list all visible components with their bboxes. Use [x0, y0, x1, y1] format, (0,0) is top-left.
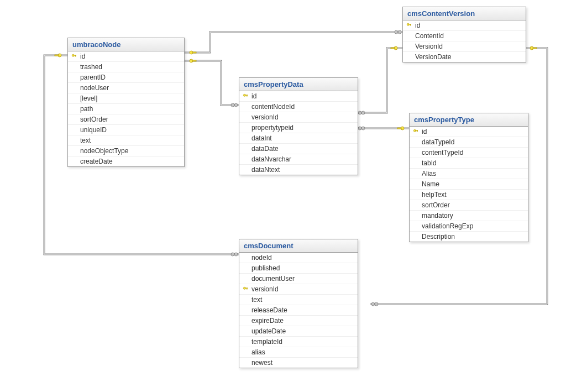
column-row[interactable]: contentNodeId — [239, 102, 358, 112]
table-cmsPropertyType[interactable]: cmsPropertyType iddataTypeIdcontentTypeI… — [409, 113, 528, 242]
column-name: id — [420, 128, 427, 135]
column-name: id — [249, 92, 256, 100]
column-row[interactable]: dataNtext — [239, 165, 358, 175]
column-row[interactable]: Name — [410, 179, 528, 190]
svg-point-2 — [190, 51, 193, 54]
column-name: dataInt — [249, 134, 272, 142]
table-columns: nodeIdpublisheddocumentUserversionIdtext… — [239, 253, 358, 368]
column-row[interactable]: expireDate — [239, 316, 358, 326]
svg-point-5 — [398, 30, 401, 34]
table-title: cmsDocument — [239, 239, 358, 253]
svg-point-22 — [231, 253, 234, 256]
svg-rect-26 — [76, 56, 76, 57]
column-row[interactable]: dataTypeId — [410, 137, 528, 148]
svg-rect-13 — [391, 48, 395, 49]
column-row[interactable]: id — [410, 127, 528, 137]
column-name: contentNodeId — [249, 103, 295, 111]
key-cell — [70, 54, 78, 59]
column-name: path — [78, 105, 93, 113]
column-row[interactable]: uniqueID — [68, 125, 184, 135]
column-row[interactable]: contentTypeId — [410, 148, 528, 158]
svg-rect-29 — [411, 25, 411, 26]
column-name: VersionDate — [413, 53, 451, 61]
column-row[interactable]: parentID — [68, 72, 184, 83]
column-row[interactable]: versionId — [239, 112, 358, 123]
column-row[interactable]: documentUser — [239, 274, 358, 284]
table-cmsDocument[interactable]: cmsDocument nodeIdpublisheddocumentUserv… — [239, 239, 358, 368]
column-row[interactable]: validationRegExp — [410, 221, 528, 232]
column-name: Name — [420, 180, 439, 188]
column-name: Alias — [420, 170, 436, 177]
table-cmsContentVersion[interactable]: cmsContentVersion idContentIdVersionIdVe… — [402, 7, 526, 62]
column-row[interactable]: [level] — [68, 93, 184, 104]
column-row[interactable]: dataDate — [239, 144, 358, 154]
column-row[interactable]: VersionId — [403, 41, 526, 52]
column-name: nodeObjectType — [78, 147, 128, 155]
column-row[interactable]: helpText — [410, 190, 528, 200]
column-row[interactable]: sortOrder — [410, 200, 528, 211]
column-row[interactable]: Alias — [410, 169, 528, 179]
column-row[interactable]: dataNvarchar — [239, 154, 358, 165]
column-row[interactable]: newest — [239, 358, 358, 368]
column-name: sortOrder — [78, 116, 108, 123]
column-row[interactable]: path — [68, 104, 184, 114]
column-row[interactable]: ContentId — [403, 31, 526, 41]
column-name: dataDate — [249, 145, 279, 153]
column-row[interactable]: nodeObjectType — [68, 146, 184, 156]
column-name: versionId — [249, 113, 279, 121]
column-name: parentID — [78, 74, 106, 81]
column-row[interactable]: sortOrder — [68, 114, 184, 125]
svg-point-4 — [395, 30, 398, 34]
column-row[interactable]: createDate — [68, 156, 184, 166]
column-row[interactable]: releaseDate — [239, 305, 358, 316]
column-name: ContentId — [413, 32, 444, 40]
column-row[interactable]: alias — [239, 347, 358, 358]
column-name: text — [78, 137, 91, 144]
column-name: nodeId — [249, 254, 272, 262]
column-row[interactable]: Description — [410, 232, 528, 242]
column-row[interactable]: published — [239, 263, 358, 274]
table-columns: idtrashedparentIDnodeUser[level]pathsort… — [68, 51, 184, 166]
svg-point-18 — [530, 46, 533, 50]
table-title: cmsPropertyType — [410, 113, 528, 127]
column-row[interactable]: id — [68, 51, 184, 62]
column-name: alias — [249, 348, 265, 356]
svg-rect-7 — [192, 60, 196, 61]
column-name: expireDate — [249, 317, 284, 325]
column-row[interactable]: dataInt — [239, 133, 358, 144]
column-name: validationRegExp — [420, 222, 473, 230]
svg-point-11 — [361, 111, 365, 114]
table-columns: iddataTypeIdcontentTypeIdtabIdAliasNameh… — [410, 127, 528, 242]
column-row[interactable]: updateDate — [239, 326, 358, 337]
column-row[interactable]: tabId — [410, 158, 528, 169]
column-row[interactable]: text — [68, 135, 184, 146]
svg-point-12 — [394, 46, 397, 50]
column-row[interactable]: versionId — [239, 284, 358, 295]
column-row[interactable]: nodeUser — [68, 83, 184, 93]
column-name: versionId — [249, 285, 279, 293]
column-name: id — [413, 22, 420, 29]
column-name: trashed — [78, 63, 102, 71]
svg-rect-38 — [247, 289, 248, 290]
table-umbracoNode[interactable]: umbracoNode idtrashedparentIDnodeUser[le… — [67, 38, 185, 167]
svg-point-20 — [371, 302, 375, 306]
table-columns: idcontentNodeIdversionIdpropertytypeidda… — [239, 91, 358, 175]
column-row[interactable]: templateId — [239, 337, 358, 347]
primary-key-icon — [243, 93, 248, 99]
column-row[interactable]: mandatory — [410, 211, 528, 221]
column-name: id — [78, 53, 85, 60]
column-row[interactable]: id — [239, 91, 358, 102]
column-row[interactable]: text — [239, 295, 358, 305]
column-row[interactable]: id — [403, 20, 526, 31]
primary-key-icon — [71, 54, 77, 59]
svg-point-21 — [375, 302, 378, 306]
svg-rect-35 — [417, 131, 418, 132]
column-row[interactable]: nodeId — [239, 253, 358, 263]
svg-point-23 — [234, 253, 238, 256]
table-cmsPropertyData[interactable]: cmsPropertyData idcontentNodeIdversionId… — [239, 77, 358, 175]
column-row[interactable]: VersionDate — [403, 52, 526, 62]
column-name: [level] — [78, 95, 97, 102]
column-row[interactable]: trashed — [68, 62, 184, 72]
column-row[interactable]: propertytypeid — [239, 123, 358, 133]
column-name: createDate — [78, 158, 113, 165]
